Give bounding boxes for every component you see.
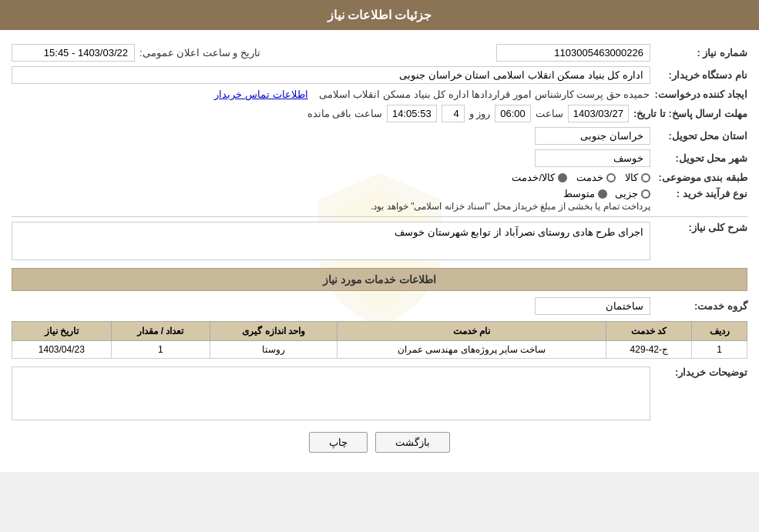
table-cell-date: 1403/04/23 (12, 341, 112, 359)
footer-buttons: بازگشت چاپ (12, 432, 747, 453)
buyer-org-value: اداره کل بنیاد مسکن انقلاب اسلامی استان … (12, 66, 650, 84)
category-radio-group: کالا خدمت کالا/خدمت (512, 172, 650, 183)
col-header-code: کد خدمت (606, 322, 692, 341)
buyer-org-label: نام دستگاه خریدار: (655, 69, 747, 81)
remaining-time: 14:05:53 (387, 105, 437, 122)
announce-label: تاریخ و ساعت اعلان عمومی: (139, 47, 260, 59)
table-cell-service_code: ج-42-429 (606, 341, 692, 359)
table-cell-row: 1 (692, 341, 747, 359)
page-title: جزئیات اطلاعات نیاز (327, 8, 432, 22)
services-table: ردیف کد خدمت نام خدمت واحد اندازه گیری ت… (12, 321, 747, 359)
deadline-time-label: ساعت (536, 108, 563, 119)
print-button[interactable]: چاپ (309, 432, 368, 453)
creator-value: حمیده حق پرست کارشناس امور قراردادها ادا… (319, 89, 650, 100)
services-section-title: اطلاعات خدمات مورد نیاز (12, 268, 747, 291)
city-value: خوسف (535, 149, 650, 167)
services-table-container: ردیف کد خدمت نام خدمت واحد اندازه گیری ت… (12, 321, 747, 359)
col-header-name: نام خدمت (337, 322, 606, 341)
remaining-time-label: ساعت باقی مانده (307, 108, 382, 119)
category-option-kala-khedmat[interactable]: کالا/خدمت (512, 172, 567, 183)
radio-jozee-icon (641, 189, 650, 199)
category-kala-khedmat-label: کالا/خدمت (512, 172, 555, 183)
province-value: خراسان جنوبی (535, 127, 650, 145)
description-textarea[interactable] (12, 222, 650, 260)
radio-kala-khedmat-icon (558, 173, 567, 182)
purchase-motevaset-label: متوسط (563, 188, 595, 199)
remaining-days: 4 (442, 105, 465, 122)
category-label: طبقه بندی موضوعی: (655, 172, 747, 183)
purchase-jozee-label: جزیی (615, 188, 638, 199)
need-number-label: شماره نیاز : (655, 47, 747, 59)
table-cell-service_name: ساخت سایر پروژه‌های مهندسی عمران (337, 341, 606, 359)
table-cell-quantity: 1 (111, 341, 210, 359)
contact-link[interactable]: اطلاعات تماس خریدار (214, 89, 307, 100)
category-option-kala[interactable]: کالا (625, 172, 650, 183)
service-group-value: ساختمان (535, 297, 650, 315)
col-header-row: ردیف (692, 322, 747, 341)
purchase-note: پرداخت تمام یا بخشی از مبلغ خریداز محل "… (371, 201, 650, 212)
announce-value: 1403/03/22 - 15:45 (12, 44, 135, 62)
province-label: استان محل تحویل: (655, 130, 747, 142)
buyer-notes-textarea[interactable] (12, 366, 650, 420)
table-cell-unit: روستا (210, 341, 338, 359)
service-group-label: گروه خدمت: (655, 300, 747, 312)
radio-motevaset-icon (598, 189, 607, 199)
deadline-label: مهلت ارسال پاسخ: تا تاریخ: (633, 108, 747, 119)
buyer-notes-label: توضیحات خریدار: (655, 366, 747, 378)
page-header: جزئیات اطلاعات نیاز (0, 0, 759, 30)
city-label: شهر محل تحویل: (655, 152, 747, 164)
col-header-date: تاریخ نیاز (12, 322, 112, 341)
col-header-qty: تعداد / مقدار (111, 322, 210, 341)
deadline-date: 1403/03/27 (568, 105, 629, 122)
category-option-khedmat[interactable]: خدمت (576, 172, 616, 183)
back-button[interactable]: بازگشت (375, 432, 450, 453)
purchase-options: جزیی متوسط (371, 188, 650, 199)
radio-khedmat-icon (606, 173, 616, 182)
table-row: 1ج-42-429ساخت سایر پروژه‌های مهندسی عمرا… (12, 341, 747, 359)
creator-label: ایجاد کننده درخواست: (654, 89, 747, 100)
radio-kala-icon (641, 173, 650, 182)
category-khedmat-label: خدمت (576, 172, 603, 183)
col-header-unit: واحد اندازه گیری (210, 322, 338, 341)
description-label: شرح کلی نیاز: (655, 222, 747, 233)
deadline-time: 06:00 (495, 105, 531, 122)
need-number-value: 1103005463000226 (496, 44, 650, 62)
purchase-option-jozee[interactable]: جزیی (615, 188, 650, 199)
remaining-days-label: روز و (469, 108, 491, 119)
category-kala-label: کالا (625, 172, 638, 183)
purchase-option-motevaset[interactable]: متوسط (563, 188, 607, 199)
purchase-type-label: نوع فرآیند خرید : (655, 188, 747, 199)
